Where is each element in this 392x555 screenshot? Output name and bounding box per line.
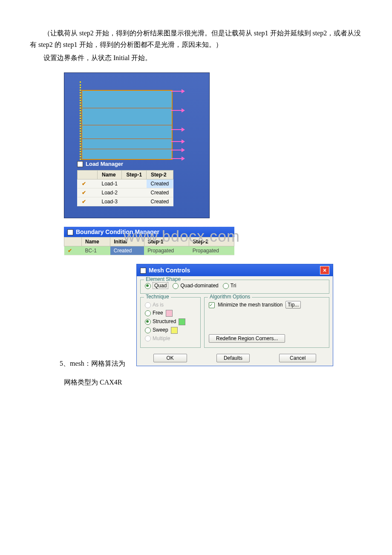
tip-button[interactable]: Tip... — [285, 301, 301, 309]
boundary-condition-manager: Boundary Condition Manager www.bdocx.com… — [64, 227, 234, 255]
col-step2[interactable]: Step-2 — [147, 170, 173, 179]
radio-structured[interactable] — [145, 319, 151, 325]
structured-color-swatch — [179, 318, 185, 325]
col-step1[interactable]: Step-1 — [122, 170, 147, 179]
line-6: 网格类型为 CAX4R — [64, 376, 362, 388]
algorithm-options-legend: Algorithm Options — [208, 294, 252, 300]
table-row[interactable]: ✔ Load-1 Created — [78, 179, 173, 188]
sweep-label: Sweep — [153, 327, 168, 333]
checkbox-minimize-transition[interactable] — [209, 302, 215, 308]
table-row[interactable]: ✔ Load-2 Created — [78, 188, 173, 197]
free-color-swatch — [166, 310, 173, 317]
defaults-button[interactable]: Defaults — [216, 354, 250, 362]
radio-tri[interactable] — [223, 283, 229, 289]
load-arrow-icon — [171, 141, 184, 142]
load-arrow-icon — [171, 129, 184, 130]
radio-multiple — [145, 335, 151, 341]
radio-quad-dominated[interactable] — [173, 283, 179, 289]
mesh-controls-dialog: Mesh Controls × Element Shape Quad Quad-… — [136, 264, 333, 366]
paragraph-1: （让载荷从 step2 开始，得到的分析结果图显示很光滑。但是让载荷从 step… — [30, 27, 362, 50]
quad-label: Quad — [153, 282, 168, 289]
load-arrow-icon — [171, 150, 184, 150]
technique-legend: Technique — [144, 294, 171, 300]
sweep-color-swatch — [171, 327, 178, 334]
quad-dom-label: Quad-dominated — [180, 283, 218, 289]
check-icon: ✔ — [68, 248, 74, 254]
table-row[interactable]: ✔ BC-1 Created Propagated Propagated — [64, 246, 234, 255]
structured-label: Structured — [153, 318, 176, 324]
paragraph-2: 设置边界条件，从状态 Initial 开始。 — [30, 52, 362, 64]
load-arrow-icon — [171, 91, 184, 92]
load-arrow-icon — [171, 110, 184, 111]
multiple-label: Multiple — [153, 335, 170, 341]
cancel-button[interactable]: Cancel — [279, 354, 316, 362]
radio-sweep[interactable] — [145, 327, 151, 333]
check-icon: ✔ — [82, 190, 88, 196]
check-icon: ✔ — [82, 199, 88, 205]
ok-button[interactable]: OK — [153, 354, 187, 362]
abaqus-viewport: Load Manager Name Step-1 Step-2 ✔ Load-1… — [64, 72, 210, 218]
line-5: 5、mesh：网格算法为 — [60, 358, 125, 369]
tri-label: Tri — [231, 283, 236, 289]
minimize-label: Minimize the mesh transition — [218, 302, 282, 308]
as-is-label: As is — [153, 302, 164, 308]
close-icon[interactable]: × — [320, 266, 329, 275]
col-name[interactable]: Name — [82, 237, 110, 246]
mesh-controls-title: Mesh Controls — [149, 267, 190, 274]
load-arrow-icon — [171, 158, 184, 159]
col-name[interactable]: Name — [98, 170, 122, 179]
redefine-region-corners-button[interactable]: Redefine Region Corners... — [209, 334, 285, 343]
radio-free[interactable] — [145, 310, 151, 316]
element-shape-legend: Element Shape — [144, 276, 182, 282]
table-row[interactable]: ✔ Load-3 Created — [78, 197, 173, 206]
radio-quad[interactable] — [145, 283, 151, 289]
radio-as-is — [145, 302, 151, 308]
load-manager-title: Load Manager — [77, 161, 123, 168]
free-label: Free — [153, 310, 163, 316]
load-manager-table: Name Step-1 Step-2 ✔ Load-1 Created ✔ Lo… — [77, 170, 173, 206]
check-icon: ✔ — [82, 181, 88, 187]
